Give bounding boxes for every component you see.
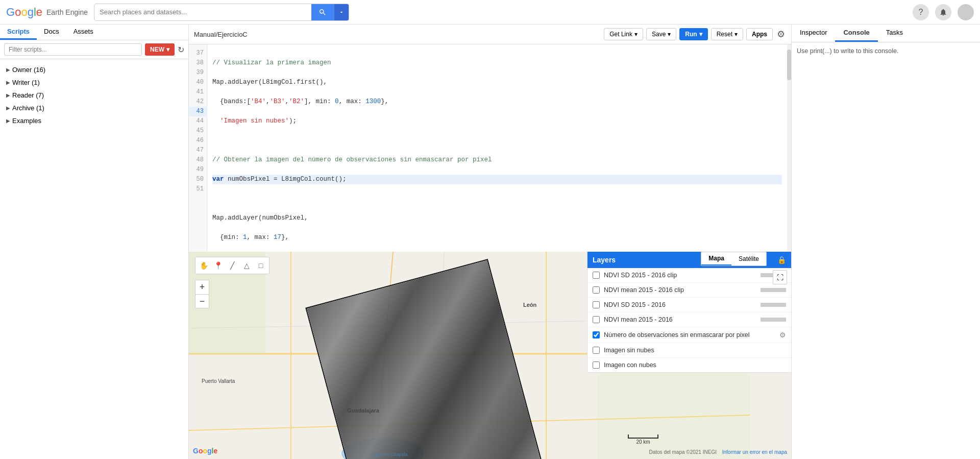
hand-tool-button[interactable]: ✋ xyxy=(197,259,210,272)
scripts-tree: ▶ Owner (16) ▶ Writer (1) ▶ Reader (7) ▶… xyxy=(0,59,188,459)
logo: Google Earth Engine xyxy=(6,6,88,19)
city-leon: León xyxy=(523,302,536,308)
right-tab-bar: Inspector Console Tasks xyxy=(792,25,980,42)
code-editor: 37 38 39 40 41 42 43 44 45 46 47 48 49 5… xyxy=(189,44,791,252)
file-path: Manual/EjercicioC xyxy=(194,31,600,38)
layer-ndvi-sd: NDVI SD 2015 - 2016 xyxy=(587,298,791,312)
topbar: Google Earth Engine ? xyxy=(0,0,980,25)
new-dropdown-arrow: ▾ xyxy=(166,46,169,53)
search-button[interactable] xyxy=(311,4,334,21)
layer-imagen-sin-nubes-checkbox[interactable] xyxy=(593,347,600,354)
search-input[interactable] xyxy=(94,5,311,19)
code-line-43: var numObsPixel = L8imgCol.count(); xyxy=(212,175,782,184)
earth-engine-label: Earth Engine xyxy=(46,8,88,16)
tab-assets[interactable]: Assets xyxy=(66,25,101,40)
google-map-logo: Google xyxy=(193,447,217,455)
code-line-41 xyxy=(212,136,782,146)
reset-button[interactable]: Reset ▾ xyxy=(711,28,743,40)
tree-item-owner[interactable]: ▶ Owner (16) xyxy=(0,63,188,76)
help-button[interactable]: ? xyxy=(913,4,929,20)
zoom-controls: + − xyxy=(195,280,209,308)
layers-lock-icon[interactable]: 🔒 xyxy=(777,256,786,264)
map-tools: ✋ 📍 ╱ △ □ xyxy=(195,257,270,274)
layer-imagen-sin-nubes: Imagen sin nubes xyxy=(587,343,791,358)
layer-ndvi-mean-checkbox[interactable] xyxy=(593,316,600,323)
layer-ndvi-mean-clip: NDVI mean 2015 - 2016 clip xyxy=(587,283,791,298)
tab-console[interactable]: Console xyxy=(835,25,877,42)
layer-ndvi-mean-clip-checkbox[interactable] xyxy=(593,286,600,294)
tree-item-writer[interactable]: ▶ Writer (1) xyxy=(0,76,188,89)
scale-label: 20 km xyxy=(636,439,650,445)
code-line-40: 'Imagen sin nubes'); xyxy=(212,116,782,126)
scripts-toolbar: NEW ▾ ↻ xyxy=(0,40,188,59)
console-content: Use print(...) to write to this console. xyxy=(792,42,980,459)
layers-title: Layers xyxy=(593,256,616,264)
get-link-button[interactable]: Get Link ▾ xyxy=(604,28,643,40)
left-tab-bar: Scripts Docs Assets xyxy=(0,25,188,40)
main-layout: Scripts Docs Assets NEW ▾ ↻ ▶ Owner (16)… xyxy=(0,25,980,459)
refresh-button[interactable]: ↻ xyxy=(178,45,184,55)
code-line-42: // Obtener la imagen del número de obser… xyxy=(212,155,782,165)
layer-vis-bar-4 xyxy=(761,318,786,322)
layer-num-obs-gear-icon[interactable]: ⚙ xyxy=(779,331,786,339)
layer-imagen-sin-nubes-label: Imagen sin nubes xyxy=(604,347,786,354)
left-panel: Scripts Docs Assets NEW ▾ ↻ ▶ Owner (16)… xyxy=(0,25,189,459)
fullscreen-button[interactable]: ⛶ xyxy=(773,270,787,284)
layers-panel: Layers 🔒 NDVI SD 2015 - 2016 clip NDVI m… xyxy=(587,252,791,373)
save-dropdown-arrow: ▾ xyxy=(668,31,671,38)
editor-toolbar: Manual/EjercicioC Get Link ▾ Save ▾ Run … xyxy=(189,25,791,44)
top-right-controls: ? xyxy=(913,4,974,20)
filter-scripts-input[interactable] xyxy=(4,43,142,56)
save-button[interactable]: Save ▾ xyxy=(646,28,676,40)
search-bar xyxy=(94,4,349,21)
layer-ndvi-sd-checkbox[interactable] xyxy=(593,301,600,308)
code-line-39: {bands:['B4','B3','B2'], min: 0, max: 13… xyxy=(212,97,782,107)
settings-button[interactable]: ⚙ xyxy=(776,28,786,41)
search-icon xyxy=(318,8,327,16)
center-panel: Manual/EjercicioC Get Link ▾ Save ▾ Run … xyxy=(189,25,791,459)
layer-num-obs-checkbox[interactable] xyxy=(593,331,600,339)
right-panel: Inspector Console Tasks Use print(...) t… xyxy=(791,25,980,459)
layer-ndvi-mean-clip-label: NDVI mean 2015 - 2016 clip xyxy=(604,286,756,294)
layer-ndvi-mean: NDVI mean 2015 - 2016 xyxy=(587,312,791,327)
layer-ndvi-sd-clip-checkbox[interactable] xyxy=(593,272,600,279)
point-tool-button[interactable]: 📍 xyxy=(211,259,225,272)
map-type-satelite[interactable]: Satélite xyxy=(731,252,766,265)
layer-imagen-con-nubes-label: Imagen con nubes xyxy=(604,361,786,369)
run-button[interactable]: Run ▾ xyxy=(679,28,707,40)
search-dropdown-button[interactable] xyxy=(334,4,349,21)
map-type-mapa[interactable]: Mapa xyxy=(701,252,731,265)
tree-item-reader[interactable]: ▶ Reader (7) xyxy=(0,89,188,102)
layer-num-obs-label: Número de observaciones sin enmascarar p… xyxy=(604,331,775,339)
layer-imagen-con-nubes-checkbox[interactable] xyxy=(593,361,600,369)
line-tool-button[interactable]: ╱ xyxy=(226,259,239,272)
map-background: ✋ 📍 ╱ △ □ + − Guadalajara León Guanajuat… xyxy=(189,252,791,459)
tree-item-examples[interactable]: ▶ Examples xyxy=(0,114,188,127)
tab-scripts[interactable]: Scripts xyxy=(0,25,37,40)
tree-item-archive[interactable]: ▶ Archive (1) xyxy=(0,102,188,114)
report-error-link[interactable]: Informar un error en el mapa xyxy=(722,449,787,455)
apps-button[interactable]: Apps xyxy=(746,28,773,40)
layer-num-obs: Número de observaciones sin enmascarar p… xyxy=(587,327,791,343)
rectangle-tool-button[interactable]: □ xyxy=(254,259,267,272)
layer-ndvi-sd-clip-label: NDVI SD 2015 - 2016 clip xyxy=(604,272,756,279)
tab-inspector[interactable]: Inspector xyxy=(792,25,835,42)
zoom-in-button[interactable]: + xyxy=(195,280,209,294)
scrollbar[interactable] xyxy=(787,44,791,252)
zoom-out-button[interactable]: − xyxy=(195,294,209,308)
layer-ndvi-mean-label: NDVI mean 2015 - 2016 xyxy=(604,316,756,323)
code-line-45: Map.addLayer(numObsPixel, xyxy=(212,213,782,223)
bell-icon xyxy=(939,8,947,16)
layer-vis-bar-2 xyxy=(761,288,786,292)
user-avatar[interactable] xyxy=(958,4,974,20)
new-script-button[interactable]: NEW ▾ xyxy=(145,43,175,56)
map-type-buttons: Mapa Satélite xyxy=(701,252,767,266)
line-numbers: 37 38 39 40 41 42 43 44 45 46 47 48 49 5… xyxy=(189,44,207,252)
polygon-tool-button[interactable]: △ xyxy=(240,259,253,272)
tab-tasks[interactable]: Tasks xyxy=(878,25,911,42)
code-lines[interactable]: // Visualizar la primera imagen Map.addL… xyxy=(207,44,787,252)
tab-docs[interactable]: Docs xyxy=(37,25,66,40)
get-link-dropdown-arrow: ▾ xyxy=(634,31,638,38)
notifications-button[interactable] xyxy=(935,4,951,20)
run-dropdown-arrow: ▾ xyxy=(699,31,702,38)
